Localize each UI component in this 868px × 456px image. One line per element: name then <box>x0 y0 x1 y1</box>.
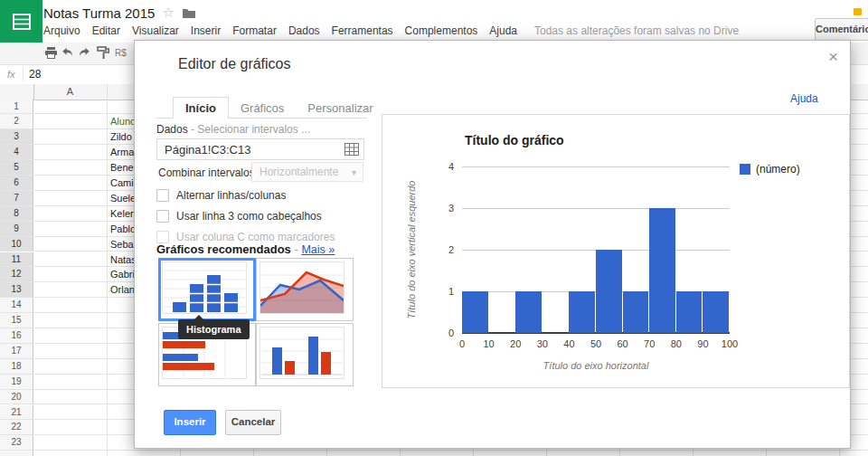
select-range-grid-icon[interactable] <box>344 143 359 159</box>
close-icon[interactable]: × <box>828 48 838 65</box>
row-header[interactable]: 10 <box>0 237 33 252</box>
menu-item-0[interactable]: Arquivo <box>43 24 80 37</box>
sheet-cell[interactable] <box>110 435 134 450</box>
row-header[interactable]: 19 <box>0 375 33 389</box>
sheet-cell[interactable] <box>110 100 134 114</box>
sheet-cell[interactable]: Arman <box>110 145 134 159</box>
menu-item-3[interactable]: Inserir <box>191 24 221 37</box>
sheet-cell[interactable] <box>110 420 134 434</box>
help-link[interactable]: Ajuda <box>790 92 818 105</box>
sheet-cell[interactable]: Orlan <box>110 282 134 297</box>
cancel-button[interactable]: Cancelar <box>225 410 281 435</box>
sheet-cell[interactable]: Sebas <box>110 237 134 252</box>
row-header[interactable]: 13 <box>0 282 33 297</box>
y-tick-label: 2 <box>448 244 454 255</box>
menu-item-4[interactable]: Formatar <box>232 24 277 37</box>
x-tick-label: 40 <box>563 338 574 349</box>
row-header[interactable]: 2 <box>0 114 33 128</box>
row-header[interactable]: 12 <box>0 267 33 281</box>
redo-icon[interactable] <box>78 46 91 62</box>
menu-item-7[interactable]: Complementos <box>405 24 478 37</box>
sheet-cell[interactable] <box>110 390 134 404</box>
formula-value[interactable]: 28 <box>29 68 41 81</box>
checkbox[interactable] <box>156 189 169 202</box>
tab-início[interactable]: Início <box>173 97 229 119</box>
save-status: Todas as alterações foram salvas no Driv… <box>534 24 739 37</box>
menu-item-1[interactable]: Editar <box>92 24 120 37</box>
more-charts-link[interactable]: Mais » <box>301 243 335 256</box>
select-ranges-label: - Selecionar intervalos ... <box>191 123 310 136</box>
sheet-cell[interactable] <box>110 375 134 389</box>
sheets-logo-icon[interactable] <box>0 0 42 43</box>
folder-icon[interactable] <box>182 7 196 19</box>
row-header[interactable]: 7 <box>0 191 33 205</box>
sheet-cell[interactable]: Gabri <box>110 267 134 281</box>
histogram-plot: Título do eixo horizontal Título do eixo… <box>462 166 730 333</box>
sheet-cell[interactable]: Suele <box>110 191 134 205</box>
share-button-fragment[interactable] <box>854 8 862 15</box>
sheet-cell[interactable] <box>110 328 134 343</box>
row-header[interactable]: 4 <box>0 145 33 159</box>
row-header[interactable]: 15 <box>0 313 33 328</box>
menu-item-5[interactable]: Dados <box>288 24 320 37</box>
row-header[interactable]: 3 <box>0 129 33 144</box>
document-title[interactable]: Notas Turma 2015 <box>43 5 155 21</box>
thumbnail-histogram[interactable] <box>158 258 256 321</box>
row-header[interactable]: 16 <box>0 328 33 343</box>
histogram-tooltip: Histograma <box>178 319 250 339</box>
row-header[interactable]: 20 <box>0 390 33 404</box>
combine-ranges-value: Horizontalmente <box>259 166 338 178</box>
row-header[interactable]: 23 <box>0 435 33 450</box>
sheet-cell[interactable]: Natas <box>110 252 134 267</box>
comments-button[interactable]: Comentários <box>815 18 868 41</box>
tab-personalizar[interactable]: Personalizar <box>296 98 384 118</box>
row-header[interactable]: 22 <box>0 420 33 434</box>
thumbnail-area-chart[interactable] <box>256 258 354 321</box>
row-header[interactable]: 6 <box>0 176 33 190</box>
sheet-cell[interactable] <box>110 298 134 312</box>
x-axis-title: Título do eixo horizontal <box>543 360 649 371</box>
range-input[interactable] <box>156 138 364 160</box>
sheet-cell[interactable]: Camil <box>110 176 134 190</box>
sheet-cell[interactable]: Bened <box>110 160 134 175</box>
row-header[interactable]: 9 <box>0 222 33 236</box>
menu-item-6[interactable]: Ferramentas <box>332 24 393 37</box>
checkbox-row-0: Alternar linhas/colunas <box>156 189 286 202</box>
chevron-down-icon: ▾ <box>352 163 356 182</box>
star-icon[interactable]: ☆ <box>162 5 174 21</box>
menu-bar: ArquivoEditarVisualizarInserirFormatarDa… <box>43 24 739 37</box>
insert-button[interactable]: Inserir <box>164 410 216 435</box>
sheet-cell[interactable] <box>110 313 134 328</box>
undo-icon[interactable] <box>61 46 74 62</box>
checkbox[interactable] <box>156 231 169 243</box>
sheet-cell[interactable]: Pablo <box>110 222 134 236</box>
row-header[interactable]: 1 <box>0 100 33 114</box>
currency-partial-icon[interactable]: R$ <box>115 48 127 58</box>
sheet-cell[interactable]: Aluno <box>110 114 134 128</box>
row-header[interactable]: 21 <box>0 405 33 420</box>
row-header[interactable]: 8 <box>0 206 33 221</box>
sheet-cell[interactable] <box>110 344 134 358</box>
sheet-cell[interactable]: Kelen <box>110 206 134 221</box>
paint-format-icon[interactable] <box>97 46 110 63</box>
combine-ranges-select[interactable]: Horizontalmente ▾ <box>251 162 363 182</box>
tab-gráficos[interactable]: Gráficos <box>229 98 296 118</box>
menu-item-8[interactable]: Ajuda <box>489 24 517 37</box>
checkbox[interactable] <box>156 210 169 223</box>
column-header-a[interactable]: A <box>33 84 107 99</box>
x-tick-label: 0 <box>459 338 465 349</box>
row-header[interactable]: 5 <box>0 160 33 175</box>
row-header[interactable]: 18 <box>0 359 33 374</box>
sheet-cell[interactable]: Zildo <box>110 129 134 144</box>
row-header[interactable]: 14 <box>0 298 33 312</box>
chart-preview-panel: Título do gráfico (número) Título do eix… <box>382 114 850 388</box>
row-header[interactable]: 11 <box>0 252 33 267</box>
select-all-corner[interactable] <box>0 84 34 100</box>
histogram-bar <box>462 291 488 333</box>
row-header[interactable]: 17 <box>0 344 33 358</box>
menu-item-2[interactable]: Visualizar <box>132 24 179 37</box>
sheet-cell[interactable] <box>110 405 134 420</box>
thumbnail-column-chart[interactable] <box>256 323 354 386</box>
print-icon[interactable] <box>44 46 58 63</box>
sheet-cell[interactable] <box>110 359 134 374</box>
